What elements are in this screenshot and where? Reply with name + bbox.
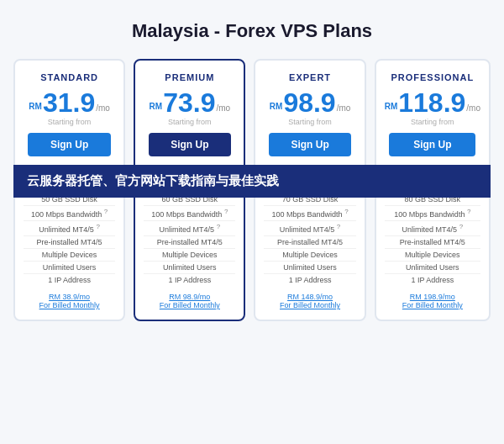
currency-expert: RM [270,102,283,111]
spec-ip-premium: 1 IP Address [144,274,235,286]
signup-button-professional[interactable]: Sign Up [389,133,475,156]
period-professional: /mo [466,103,480,113]
starting-premium: Starting from [168,118,212,126]
billing-professional[interactable]: RM 198.9/mo For Billed Monthly [402,293,463,309]
starting-standard: Starting from [48,118,92,126]
price-expert: 98.9 [283,89,335,116]
price-row-standard: RM 31.9 /mo [29,89,110,116]
spec-users-premium: Unlimited Users [144,262,235,274]
price-premium: 73.9 [163,89,215,116]
spec-mt45-premium: Unlimited MT4/5 ? [144,221,235,236]
plan-name-standard: STANDARD [40,72,98,82]
plan-name-premium: PREMIUM [165,72,214,82]
spec-bw-professional: 100 Mbps Bandwidth ? [385,206,480,221]
currency-professional: RM [385,102,398,111]
period-standard: /mo [96,103,110,113]
billing-premium[interactable]: RM 98.9/mo For Billed Monthly [160,293,220,309]
period-expert: /mo [337,103,351,113]
spec-ip-standard: 1 IP Address [24,274,115,286]
spec-preinstalled-premium: Pre-installed MT4/5 [144,236,235,249]
spec-preinstalled-standard: Pre-installed MT4/5 [24,236,115,249]
spec-devices-standard: Multiple Devices [24,249,115,262]
spec-ip-professional: 1 IP Address [385,274,480,286]
price-row-premium: RM 73.9 /mo [150,89,231,116]
plan-name-expert: EXPERT [289,72,331,82]
currency-premium: RM [150,102,163,111]
spec-bw-standard: 100 Mbps Bandwidth ? [24,206,115,221]
starting-expert: Starting from [288,118,332,126]
signup-button-expert[interactable]: Sign Up [269,133,351,156]
spec-bw-expert: 100 Mbps Bandwidth ? [264,206,355,221]
spec-preinstalled-expert: Pre-installed MT4/5 [264,236,355,249]
price-row-expert: RM 98.9 /mo [270,89,351,116]
price-professional: 118.9 [398,89,465,116]
spec-mt45-professional: Unlimited MT4/5 ? [385,221,480,236]
spec-users-professional: Unlimited Users [385,262,480,274]
spec-devices-premium: Multiple Devices [144,249,235,262]
page-title: Malaysia - Forex VPS Plans [13,20,491,42]
spec-users-expert: Unlimited Users [264,262,355,274]
spec-users-standard: Unlimited Users [24,262,115,274]
spec-bw-premium: 100 Mbps Bandwidth ? [144,206,235,221]
banner-text: 云服务器托管、官方网站下载指南与最佳实践 [27,173,279,188]
spec-devices-professional: Multiple Devices [385,249,480,262]
plans-grid: STANDARD RM 31.9 /mo Starting from Sign … [13,59,491,321]
page-wrapper: Malaysia - Forex VPS Plans STANDARD RM 3… [0,0,504,335]
spec-devices-expert: Multiple Devices [264,249,355,262]
price-standard: 31.9 [43,89,95,116]
period-premium: /mo [216,103,230,113]
spec-preinstalled-professional: Pre-installed MT4/5 [385,236,480,249]
starting-professional: Starting from [411,118,454,126]
billing-standard[interactable]: RM 38.9/mo For Billed Monthly [39,293,100,309]
spec-ip-expert: 1 IP Address [264,274,355,286]
spec-mt45-standard: Unlimited MT4/5 ? [24,221,115,236]
billing-expert[interactable]: RM 148.9/mo For Billed Monthly [280,293,340,309]
currency-standard: RM [29,102,42,111]
price-row-professional: RM 118.9 /mo [385,89,480,116]
spec-mt45-expert: Unlimited MT4/5 ? [264,221,355,236]
banner-overlay: 云服务器托管、官方网站下载指南与最佳实践 [13,165,491,198]
plan-name-professional: PROFESSIONAL [391,72,474,82]
signup-button-premium[interactable]: Sign Up [149,133,231,156]
signup-button-standard[interactable]: Sign Up [28,133,110,156]
